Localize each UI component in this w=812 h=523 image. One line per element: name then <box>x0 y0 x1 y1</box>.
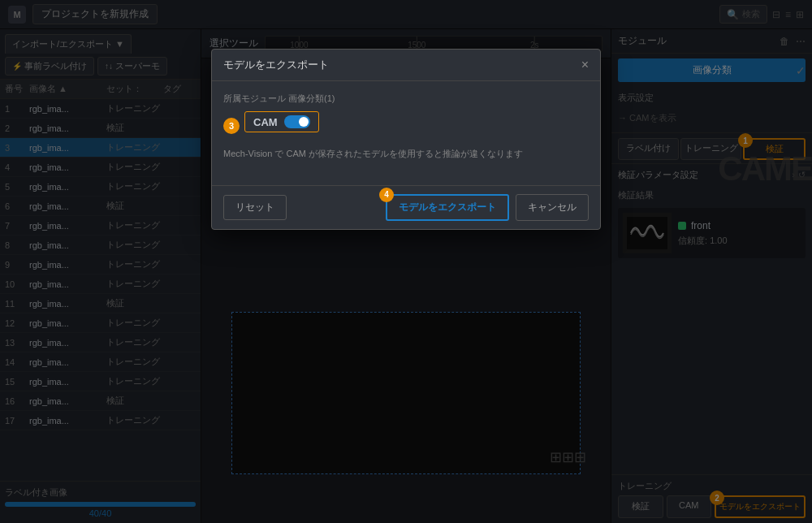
modal-export-btn[interactable]: モデルをエクスポート <box>386 194 509 221</box>
export-modal: モデルをエクスポート × 所属モジュール 画像分類(1) 3 CAM Mech-… <box>211 49 601 230</box>
modal-overlay: モデルをエクスポート × 所属モジュール 画像分類(1) 3 CAM Mech-… <box>0 0 812 523</box>
modal-body: 所属モジュール 画像分類(1) 3 CAM Mech-Vision で CAM … <box>212 81 600 185</box>
modal-reset-btn[interactable]: リセット <box>223 195 287 220</box>
modal-header: モデルをエクスポート × <box>212 50 600 81</box>
cam-toggle-switch[interactable] <box>284 115 310 128</box>
export-btn-wrapper: 4 モデルをエクスポート <box>386 194 509 221</box>
modal-title: モデルをエクスポート <box>223 58 329 72</box>
cam-text: CAM <box>253 116 278 128</box>
badge-3: 3 <box>223 118 240 134</box>
badge-4: 4 <box>379 188 394 202</box>
modal-info-text: Mech-Vision で CAM が保存されたモデルを使用すると推論が違くなり… <box>223 147 589 161</box>
modal-close-btn[interactable]: × <box>581 58 589 72</box>
cam-toggle-box: CAM <box>244 111 319 132</box>
modal-footer-right: 4 モデルをエクスポート キャンセル <box>386 194 589 221</box>
modal-cancel-btn[interactable]: キャンセル <box>516 194 589 221</box>
modal-section-label: 所属モジュール 画像分類(1) <box>223 93 589 105</box>
modal-footer: リセット 4 モデルをエクスポート キャンセル <box>212 185 600 229</box>
